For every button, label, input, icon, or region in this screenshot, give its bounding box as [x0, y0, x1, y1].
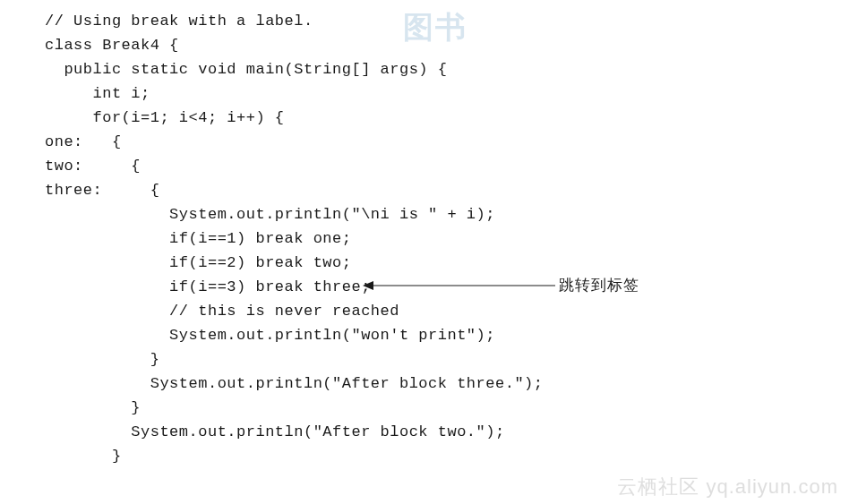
code-line: if(i==2) break two;	[45, 251, 806, 275]
arrow-left-icon	[363, 280, 555, 291]
code-line: int i;	[45, 81, 806, 106]
code-line: }	[45, 396, 806, 420]
code-line: System.out.println("won't print");	[45, 323, 806, 347]
code-line: System.out.println("After block three.")…	[45, 372, 806, 396]
code-line: for(i=1; i<4; i++) {	[45, 106, 806, 130]
code-line: public static void main(String[] args) {	[45, 57, 806, 81]
code-line: }	[45, 444, 806, 468]
code-line: // Using break with a label.	[45, 9, 806, 33]
watermark-bottom: 云栖社区 yq.aliyun.com	[617, 474, 838, 500]
code-line: two: {	[45, 154, 806, 178]
code-line: three: {	[45, 178, 806, 202]
code-block: // Using break with a label. class Break…	[45, 9, 806, 468]
code-line: // this is never reached	[45, 299, 806, 323]
svg-marker-1	[363, 281, 373, 290]
annotation-label: 跳转到标签	[559, 275, 639, 295]
code-line: one: {	[45, 130, 806, 154]
annotation: 跳转到标签	[363, 275, 639, 295]
code-line: System.out.println("\ni is " + i);	[45, 202, 806, 226]
code-line: if(i==1) break one;	[45, 226, 806, 251]
code-line: System.out.println("After block two.");	[45, 420, 806, 444]
code-line: }	[45, 347, 806, 372]
code-line: class Break4 {	[45, 33, 806, 57]
